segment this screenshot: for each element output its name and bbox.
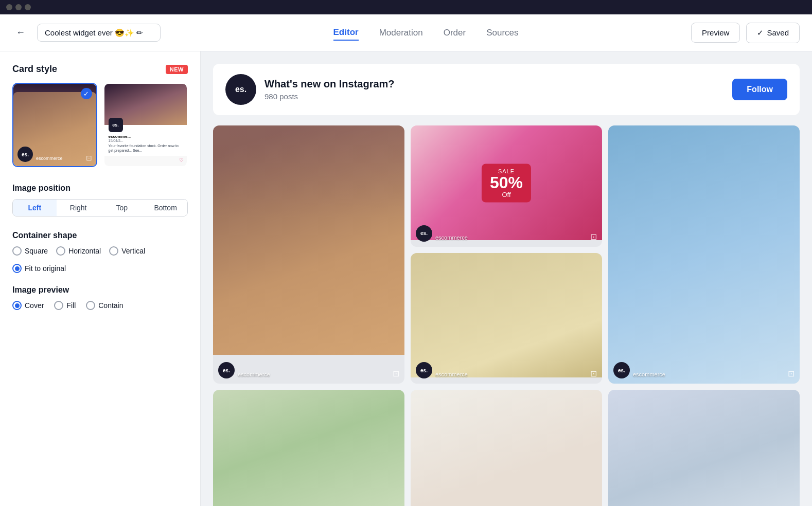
- feed-item-6[interactable]: es. escommerce ⊡: [411, 390, 602, 506]
- radio-square[interactable]: [12, 246, 22, 256]
- radio-horizontal[interactable]: [56, 246, 65, 256]
- card-preview-1-image: ✓ es. escommerce ⊡: [13, 84, 96, 166]
- feed-img-shoes: [411, 253, 602, 377]
- preview-label-fill: Fill: [66, 301, 76, 310]
- feed-item-1[interactable]: es. escommerce ⊡: [213, 125, 404, 384]
- preview-option-contain[interactable]: Contain: [86, 301, 123, 310]
- position-tab-bottom[interactable]: Bottom: [144, 200, 187, 216]
- sale-badge: sale 50% Off: [482, 164, 531, 202]
- feed-item-5[interactable]: es. escommerce ⊡: [213, 390, 404, 506]
- card-brand-1: escommerce: [36, 156, 63, 161]
- preview-label-contain: Contain: [98, 301, 123, 310]
- follow-button[interactable]: Follow: [732, 79, 787, 100]
- position-tab-top[interactable]: Top: [100, 200, 144, 216]
- shape-option-square[interactable]: Square: [12, 246, 48, 256]
- preview-options: Cover Fill Contain: [12, 301, 188, 310]
- position-tabs: Left Right Top Bottom: [12, 199, 188, 216]
- preview-button[interactable]: Preview: [691, 23, 740, 43]
- radio-fit-inner: [15, 266, 20, 271]
- image-preview-title: Image preview: [12, 285, 188, 295]
- sidebar: Card style NEW ✓ es. escommerce ⊡ es.: [0, 51, 201, 506]
- card-preview-2-text: Your favorite foundation stock. Order no…: [109, 143, 183, 153]
- position-tab-right[interactable]: Right: [57, 200, 100, 216]
- shape-label-fit: Fit to original: [25, 264, 66, 273]
- radio-fit[interactable]: [12, 264, 22, 273]
- shape-label-vertical: Vertical: [121, 247, 145, 255]
- saved-label: Saved: [767, 28, 789, 37]
- titlebar-dot-3: [25, 4, 31, 10]
- feed-posts: 980 posts: [264, 92, 732, 101]
- feed-item-2[interactable]: sale 50% Off es. escommerce ⊡: [411, 125, 602, 247]
- feed-item-4-ig-icon: ⊡: [590, 369, 597, 378]
- card-preview-2-name: escomme...: [109, 134, 183, 139]
- sale-pct: 50%: [490, 174, 523, 190]
- card-selected-check: ✓: [81, 88, 92, 99]
- card-logo-2: es.: [109, 118, 123, 132]
- preview-label-cover: Cover: [25, 301, 44, 310]
- check-icon: ✓: [757, 28, 764, 38]
- sale-off: Off: [490, 190, 523, 198]
- feed-item-1-logo: es.: [218, 362, 235, 378]
- content-area: es. What's new on Instagram? 980 posts F…: [201, 51, 812, 506]
- preview-option-cover[interactable]: Cover: [12, 301, 44, 310]
- main-nav-tabs: Editor Moderation Order Sources: [169, 25, 683, 41]
- feed-img-fashion: [608, 125, 800, 384]
- tab-order[interactable]: Order: [444, 25, 466, 41]
- titlebar-dot-2: [15, 4, 22, 10]
- container-shape-title: Container shape: [12, 231, 188, 240]
- preview-option-fill[interactable]: Fill: [54, 301, 76, 310]
- feed-item-4[interactable]: es. escommerce ⊡: [411, 253, 602, 384]
- card-instagram-icon-1: ⊡: [86, 154, 92, 162]
- titlebar: [0, 0, 812, 14]
- card-option-1[interactable]: ✓ es. escommerce ⊡: [12, 83, 97, 167]
- shape-label-horizontal: Horizontal: [68, 247, 101, 255]
- shape-option-horizontal[interactable]: Horizontal: [56, 246, 101, 256]
- feed-item-3[interactable]: es. escommerce ⊡: [608, 125, 800, 384]
- tab-editor[interactable]: Editor: [333, 25, 359, 41]
- feed-item-2-brand: escommerce: [435, 234, 468, 241]
- feed-avatar: es.: [225, 74, 256, 105]
- feed-title: What's new on Instagram?: [264, 78, 732, 90]
- card-style-title: Card style: [12, 64, 57, 75]
- card-logo-1: es.: [17, 147, 33, 162]
- titlebar-dot-1: [6, 4, 12, 10]
- saved-button[interactable]: ✓ Saved: [746, 23, 800, 43]
- card-preview-2-date: 15/04/2...: [109, 139, 183, 142]
- back-button[interactable]: ←: [12, 25, 29, 41]
- feed-item-2-logo: es.: [416, 225, 432, 242]
- shape-option-fit[interactable]: Fit to original: [12, 264, 66, 273]
- card-style-header: Card style NEW: [12, 64, 188, 75]
- face-overlay: [213, 125, 404, 355]
- main-layout: Card style NEW ✓ es. escommerce ⊡ es.: [0, 51, 812, 506]
- card-options: ✓ es. escommerce ⊡ es. escomme... 15/04/…: [12, 83, 188, 167]
- feed-item-1-brand: escommerce: [238, 371, 270, 377]
- radio-fill[interactable]: [54, 301, 63, 310]
- feed-grid: es. escommerce ⊡ sale 50% Off es. escomm…: [213, 125, 800, 506]
- card-option-2[interactable]: es. escomme... 15/04/2... Your favorite …: [103, 83, 188, 167]
- feed-item-4-logo: es.: [416, 362, 432, 378]
- card-instagram-icon-2: ♡: [179, 157, 184, 163]
- feed-item-3-brand: escommerce: [633, 371, 665, 377]
- feed-item-1-ig-icon: ⊡: [393, 369, 399, 378]
- radio-contain[interactable]: [86, 301, 95, 310]
- radio-vertical[interactable]: [109, 246, 118, 256]
- card-preview-2-image: es. escomme... 15/04/2... Your favorite …: [104, 84, 187, 166]
- feed-img-portrait: [213, 125, 404, 355]
- widget-title-input[interactable]: [37, 24, 161, 42]
- shape-options: Square Horizontal Vertical Fit to origin…: [12, 246, 188, 273]
- feed-item-3-ig-icon: ⊡: [788, 369, 795, 378]
- nav-actions: Preview ✓ Saved: [691, 23, 800, 43]
- tab-sources[interactable]: Sources: [486, 25, 518, 41]
- tab-moderation[interactable]: Moderation: [379, 25, 423, 41]
- feed-item-3-logo: es.: [613, 362, 630, 378]
- feed-img-shop: [213, 390, 404, 506]
- feed-info: What's new on Instagram? 980 posts: [264, 78, 732, 101]
- shape-label-square: Square: [25, 247, 48, 255]
- radio-cover[interactable]: [12, 301, 22, 310]
- radio-cover-inner: [15, 303, 20, 308]
- card-preview-2-top: es.: [104, 84, 187, 125]
- position-tab-left[interactable]: Left: [13, 200, 57, 216]
- shape-option-vertical[interactable]: Vertical: [109, 246, 145, 256]
- feed-item-7[interactable]: es. escommerce ⊡: [608, 390, 800, 506]
- feed-img-flowers: [411, 390, 602, 506]
